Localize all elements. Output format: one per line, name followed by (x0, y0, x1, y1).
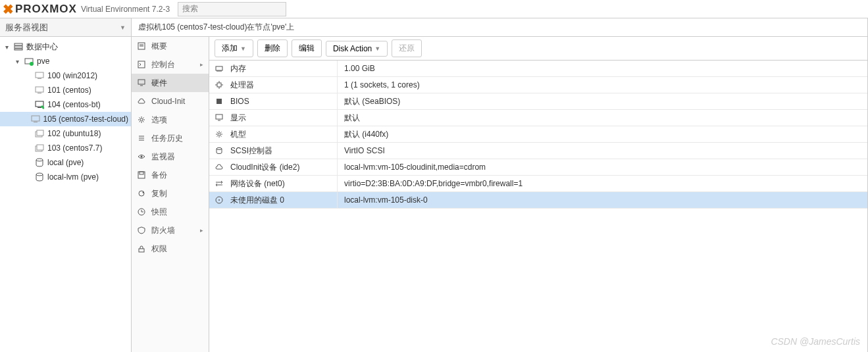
subnav-label: 快照 (151, 207, 203, 218)
logo: ✖ PROXMOX Virtual Environment 7.2-3 (0, 1, 172, 17)
svg-point-25 (140, 118, 143, 121)
chevron-down-icon: ▼ (240, 45, 246, 52)
toolbar: 添加▼ 删除 编辑 Disk Action▼ 还原 (209, 37, 867, 61)
tree-item-104[interactable]: 104 (centos-bt) (0, 97, 131, 112)
edit-button[interactable]: 编辑 (292, 39, 322, 57)
svg-rect-31 (140, 172, 143, 174)
subnav-console[interactable]: 控制台▸ (132, 55, 209, 74)
chevron-down-icon: ▼ (374, 45, 380, 52)
svg-rect-34 (216, 66, 222, 70)
subnav-label: 权限 (151, 243, 203, 255)
subnav-label: 防火墙 (151, 225, 195, 236)
subnav-backup[interactable]: 备份 (132, 166, 209, 184)
tree-item-105[interactable]: 105 (centos7-test-cloud) (0, 112, 131, 126)
tree-item-103[interactable]: 103 (centos7.7) (0, 141, 131, 155)
hardware-row[interactable]: 网络设备 (net0)virtio=D2:3B:BA:0D:A9:DF,brid… (209, 176, 867, 192)
storage-icon (34, 172, 45, 182)
hardware-value: 默认 (SeaBIOS) (338, 96, 867, 107)
top-bar: ✖ PROXMOX Virtual Environment 7.2-3 搜索 (0, 0, 868, 18)
left-panel: 服务器视图 ▼ ▾数据中心▾pve100 (win2012)101 (cento… (0, 18, 132, 352)
tree-item-label: local-lvm (pve) (47, 172, 99, 182)
lock-icon (137, 245, 146, 253)
svg-rect-6 (38, 78, 41, 79)
tree-toggle-icon[interactable]: ▾ (3, 43, 11, 51)
hardware-value: 1.00 GiB (338, 64, 867, 73)
svg-point-18 (36, 173, 43, 176)
subnav-firewall[interactable]: 防火墙▸ (132, 221, 209, 239)
save-icon (137, 171, 146, 179)
svg-rect-1 (14, 46, 22, 48)
svg-rect-23 (138, 80, 145, 84)
svg-point-4 (30, 62, 34, 66)
add-button[interactable]: 添加▼ (215, 39, 253, 57)
tree-item-local-lvm[interactable]: local-lvm (pve) (0, 170, 131, 184)
ct-icon (34, 143, 45, 153)
subnav-label: 硬件 (151, 78, 203, 89)
tree-item-local[interactable]: local (pve) (0, 155, 131, 170)
hardware-key: CloudInit设备 (ide2) (230, 162, 299, 173)
tree-item-label: local (pve) (47, 158, 84, 167)
svg-rect-2 (14, 49, 22, 50)
subnav-summary[interactable]: 概要 (132, 37, 209, 55)
sub-nav: 概要控制台▸硬件Cloud-Init选项任务历史监视器备份复制快照防火墙▸权限 (132, 37, 209, 352)
remove-button[interactable]: 删除 (257, 39, 288, 57)
view-selector[interactable]: 服务器视图 ▼ (0, 18, 131, 37)
svg-rect-33 (139, 249, 144, 252)
storage-icon (34, 157, 45, 168)
view-selector-label: 服务器视图 (5, 22, 48, 34)
subnav-label: 备份 (151, 170, 203, 181)
subnav-hardware[interactable]: 硬件 (132, 74, 209, 92)
hardware-key: 显示 (230, 113, 246, 124)
vm-off-icon (34, 85, 45, 95)
svg-rect-44 (217, 99, 222, 104)
subnav-taskhist[interactable]: 任务历史 (132, 129, 209, 147)
eye-icon (137, 153, 146, 161)
hardware-value: 默认 (i440fx) (338, 129, 867, 140)
ct-icon (34, 128, 45, 139)
tree-item-100[interactable]: 100 (win2012) (0, 68, 131, 83)
hardware-row[interactable]: 未使用的磁盘 0local-lvm:vm-105-disk-0 (209, 192, 867, 209)
search-input[interactable]: 搜索 (178, 2, 286, 16)
tree-item-label: pve (37, 57, 49, 66)
gear-icon (215, 130, 224, 138)
subnav-label: 控制台 (151, 59, 195, 70)
tree-item-102[interactable]: 102 (ubuntu18) (0, 126, 131, 141)
subnav-cloudinit[interactable]: Cloud-Init (132, 92, 209, 111)
tree-item-label: 103 (centos7.7) (47, 143, 102, 153)
tree-item-dc[interactable]: ▾数据中心 (0, 39, 131, 54)
chevron-right-icon: ▸ (200, 227, 203, 234)
hardware-row[interactable]: BIOS默认 (SeaBIOS) (209, 93, 867, 110)
hardware-row[interactable]: CloudInit设备 (ide2)local-lvm:vm-105-cloud… (209, 159, 867, 176)
disk-action-button[interactable]: Disk Action▼ (326, 41, 388, 57)
chevron-right-icon: ▸ (200, 61, 203, 68)
subnav-permissions[interactable]: 权限 (132, 239, 209, 258)
subnav-replication[interactable]: 复制 (132, 184, 209, 203)
subnav-monitor[interactable]: 监视器 (132, 147, 209, 166)
hardware-row[interactable]: 内存1.00 GiB (209, 61, 867, 77)
subnav-options[interactable]: 选项 (132, 111, 209, 129)
cpu-icon (215, 81, 224, 89)
hardware-key: 机型 (230, 129, 246, 140)
tree-item-pve[interactable]: ▾pve (0, 54, 131, 68)
hardware-row[interactable]: SCSI控制器VirtIO SCSI (209, 143, 867, 159)
svg-rect-8 (38, 93, 41, 93)
hardware-row[interactable]: 机型默认 (i440fx) (209, 126, 867, 143)
tree-item-101[interactable]: 101 (centos) (0, 83, 131, 97)
svg-rect-7 (36, 87, 43, 92)
brand-text: PROXMOX (15, 3, 77, 16)
list-icon (137, 134, 146, 142)
hardware-row[interactable]: 显示默认 (209, 110, 867, 126)
note-icon (137, 42, 146, 50)
server-icon (13, 41, 24, 52)
vm-off-icon (31, 114, 40, 124)
subnav-snapshot[interactable]: 快照 (132, 203, 209, 221)
hardware-value: VirtIO SCSI (338, 146, 867, 155)
center-panel: 虚拟机105 (centos7-test-cloud)在节点'pve'上 概要控… (132, 18, 868, 352)
svg-rect-12 (34, 122, 38, 122)
db-icon (215, 147, 224, 155)
hardware-key: 网络设备 (net0) (230, 178, 285, 189)
hardware-row[interactable]: 处理器1 (1 sockets, 1 cores) (209, 77, 867, 93)
hardware-value: local-lvm:vm-105-cloudinit,media=cdrom (338, 163, 867, 172)
tree-toggle-icon[interactable]: ▾ (13, 58, 21, 65)
disk-icon (215, 196, 224, 204)
